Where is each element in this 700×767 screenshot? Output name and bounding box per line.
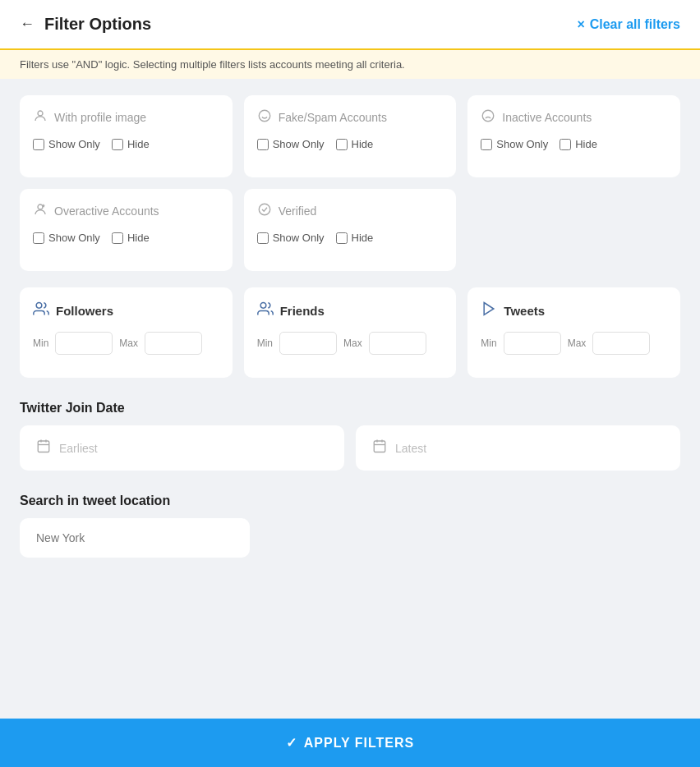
verified-hide-checkbox[interactable] xyxy=(336,232,348,244)
followers-max-input[interactable] xyxy=(145,332,202,355)
inactive-hide-checkbox[interactable] xyxy=(560,139,571,150)
friends-max-label: Max xyxy=(343,338,362,349)
svg-point-9 xyxy=(36,303,42,309)
tweets-max-label: Max xyxy=(568,338,587,349)
date-section: Twitter Join Date Earliest xyxy=(20,401,680,471)
inactive-show-only[interactable]: Show Only xyxy=(481,138,548,150)
tweets-label: Tweets xyxy=(504,304,545,318)
calendar-earliest-icon xyxy=(36,439,51,457)
latest-label: Latest xyxy=(395,442,426,455)
friends-icon xyxy=(257,301,274,320)
overactive-show-only[interactable]: Show Only xyxy=(33,232,100,244)
inactive-label: Inactive Accounts xyxy=(502,111,592,124)
latest-date-card[interactable]: Latest xyxy=(356,425,680,471)
svg-point-1 xyxy=(259,110,270,122)
verified-icon xyxy=(257,202,272,220)
inactive-show-only-checkbox[interactable] xyxy=(481,139,492,150)
apply-filters-container[interactable]: ✓ APPLY FILTERS xyxy=(0,719,700,767)
followers-max-label: Max xyxy=(119,338,138,349)
friends-label: Friends xyxy=(280,304,325,318)
location-section-title: Search in tweet location xyxy=(20,494,680,508)
main-content: With profile image Show Only Hide xyxy=(0,79,700,719)
close-icon: × xyxy=(577,17,584,32)
verified-hide[interactable]: Hide xyxy=(336,232,374,244)
tweets-max-input[interactable] xyxy=(592,332,650,355)
filter-card-fake-spam: Fake/Spam Accounts Show Only Hide xyxy=(244,95,457,177)
filter-card-friends: Friends Min Max xyxy=(244,287,457,378)
location-section: Search in tweet location xyxy=(20,494,680,558)
svg-point-8 xyxy=(259,204,270,215)
back-icon[interactable]: ← xyxy=(20,16,35,33)
calendar-latest-icon xyxy=(372,439,387,457)
filter-card-followers: Followers Min Max xyxy=(20,287,233,378)
verified-show-only[interactable]: Show Only xyxy=(257,232,325,244)
fake-spam-label: Fake/Spam Accounts xyxy=(279,111,387,124)
profile-image-hide[interactable]: Hide xyxy=(112,138,150,150)
location-input[interactable] xyxy=(20,518,250,558)
fake-spam-icon xyxy=(257,108,272,126)
followers-label: Followers xyxy=(56,304,113,318)
earliest-label: Earliest xyxy=(59,442,98,455)
tweets-min-label: Min xyxy=(481,338,496,349)
fake-spam-hide[interactable]: Hide xyxy=(336,138,374,150)
overactive-hide[interactable]: Hide xyxy=(112,232,150,244)
fake-spam-show-only[interactable]: Show Only xyxy=(257,138,325,150)
profile-image-label: With profile image xyxy=(54,111,146,124)
filter-card-inactive: Inactive Accounts Show Only Hide xyxy=(467,95,680,177)
tweets-min-input[interactable] xyxy=(504,332,561,355)
friends-min-label: Min xyxy=(257,338,273,349)
verified-label: Verified xyxy=(279,204,317,218)
filter-card-tweets: Tweets Min Max xyxy=(467,287,680,378)
clear-filters-button[interactable]: × Clear all filters xyxy=(577,17,680,32)
filter-card-verified: Verified Show Only Hide xyxy=(244,189,457,271)
profile-image-show-only-checkbox[interactable] xyxy=(33,139,44,150)
verified-show-only-checkbox[interactable] xyxy=(257,232,269,244)
friends-min-input[interactable] xyxy=(279,332,337,355)
inactive-hide[interactable]: Hide xyxy=(560,138,597,150)
filter-card-profile-image: With profile image Show Only Hide xyxy=(20,95,233,177)
svg-point-4 xyxy=(483,110,495,122)
followers-min-label: Min xyxy=(33,338,48,349)
svg-point-10 xyxy=(260,303,266,309)
fake-spam-show-only-checkbox[interactable] xyxy=(257,139,269,150)
notice-banner: Filters use "AND" logic. Selecting multi… xyxy=(0,48,700,79)
overactive-label: Overactive Accounts xyxy=(54,204,159,218)
svg-marker-11 xyxy=(484,303,494,315)
profile-image-hide-checkbox[interactable] xyxy=(112,139,123,150)
earliest-date-card[interactable]: Earliest xyxy=(20,425,344,471)
friends-max-input[interactable] xyxy=(369,332,426,355)
fake-spam-hide-checkbox[interactable] xyxy=(336,139,348,150)
svg-rect-16 xyxy=(374,441,385,452)
overactive-icon xyxy=(33,202,48,220)
svg-point-0 xyxy=(38,111,43,116)
tweets-icon xyxy=(481,301,497,320)
empty-cell xyxy=(467,189,680,271)
check-icon: ✓ xyxy=(286,735,297,751)
svg-rect-12 xyxy=(38,441,49,452)
apply-filters-label: APPLY FILTERS xyxy=(304,736,415,751)
profile-image-icon xyxy=(33,108,48,126)
apply-filters-button[interactable]: ✓ APPLY FILTERS xyxy=(16,735,684,751)
page-title: Filter Options xyxy=(44,15,151,34)
profile-image-show-only[interactable]: Show Only xyxy=(33,138,100,150)
clear-filters-label: Clear all filters xyxy=(590,17,680,32)
followers-min-input[interactable] xyxy=(55,332,113,355)
followers-icon xyxy=(33,301,49,320)
filter-card-overactive: Overactive Accounts Show Only Hide xyxy=(20,189,233,271)
overactive-show-only-checkbox[interactable] xyxy=(33,232,44,244)
inactive-icon xyxy=(481,108,495,126)
date-section-title: Twitter Join Date xyxy=(20,401,680,416)
overactive-hide-checkbox[interactable] xyxy=(112,232,123,244)
